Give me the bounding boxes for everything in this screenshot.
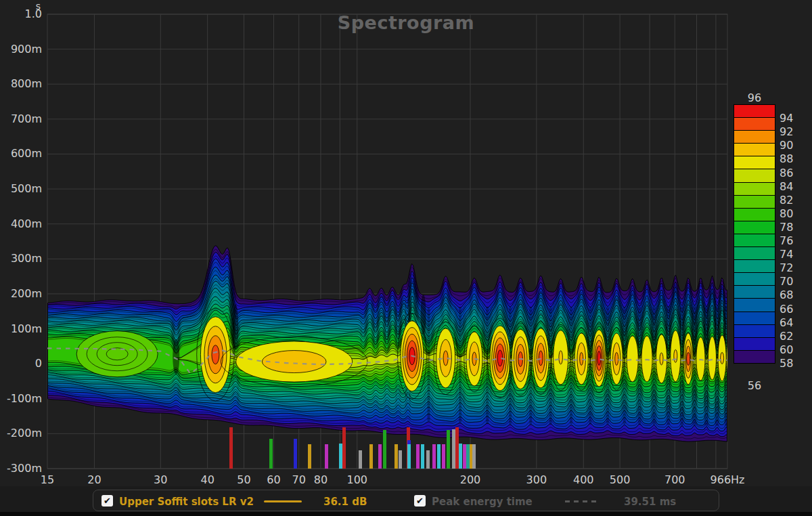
y-tick-label: 100m bbox=[0, 322, 42, 335]
colorbar-tick-label: 72 bbox=[780, 261, 793, 274]
colorbar-band bbox=[734, 117, 775, 131]
colorbar-band bbox=[734, 259, 775, 273]
x-tick-label: 80 bbox=[314, 473, 328, 486]
x-tick-label: 200 bbox=[460, 473, 481, 486]
room-mode-marker bbox=[432, 444, 436, 469]
room-mode-marker bbox=[394, 444, 398, 469]
colorbar-scale bbox=[734, 105, 775, 364]
room-mode-marker bbox=[421, 444, 424, 469]
colorbar-band bbox=[734, 104, 775, 118]
colorbar-band bbox=[734, 234, 775, 247]
x-tick-label: 500 bbox=[610, 473, 631, 486]
peak-energy-dash-swatch bbox=[565, 500, 599, 502]
x-tick-label: 50 bbox=[237, 473, 250, 486]
room-mode-marker bbox=[308, 444, 311, 469]
colorbar-band bbox=[734, 298, 775, 311]
y-tick-label: 900m bbox=[0, 43, 42, 56]
check-icon: ✔ bbox=[102, 495, 112, 507]
colorbar-tick-label: 92 bbox=[780, 125, 793, 138]
colorbar-band bbox=[734, 221, 775, 234]
y-tick-label: 600m bbox=[0, 147, 42, 160]
colorbar-tick-label: 78 bbox=[780, 221, 793, 234]
colorbar-band bbox=[734, 246, 775, 260]
colorbar-band bbox=[734, 195, 775, 209]
x-tick-label: 15 bbox=[41, 473, 54, 486]
x-tick-label: 40 bbox=[200, 473, 214, 486]
colorbar-tick-label: 64 bbox=[780, 316, 793, 329]
y-tick-label: -200m bbox=[0, 427, 42, 439]
room-mode-marker bbox=[426, 450, 430, 469]
x-tick-label: 70 bbox=[292, 473, 306, 486]
colorbar-band bbox=[734, 182, 775, 196]
y-tick-label: -100m bbox=[0, 392, 42, 405]
room-mode-marker bbox=[383, 430, 386, 469]
colorbar-band bbox=[734, 285, 775, 299]
colorbar-tick-label: 90 bbox=[780, 139, 793, 152]
peak-energy-checkbox[interactable]: ✔ bbox=[414, 495, 426, 507]
x-tick-label: 966Hz bbox=[710, 473, 745, 486]
colorbar-tick-label: 70 bbox=[780, 275, 793, 288]
measurement-label: Upper Soffit slots LR v2 bbox=[119, 496, 254, 508]
colorbar-tick-label: 82 bbox=[780, 194, 793, 207]
room-mode-marker bbox=[399, 450, 402, 469]
x-tick-label: 700 bbox=[664, 473, 685, 486]
y-tick-label: 800m bbox=[0, 77, 42, 90]
peak-energy-label: Peak energy time bbox=[432, 496, 533, 508]
y-tick-label: -300m bbox=[0, 462, 42, 475]
room-mode-marker bbox=[342, 427, 346, 469]
room-mode-marker bbox=[472, 444, 476, 469]
room-mode-marker bbox=[378, 444, 382, 469]
colorbar-tick-label: 74 bbox=[780, 248, 793, 261]
colorbar-band bbox=[734, 350, 775, 364]
colorbar-tick-label: 62 bbox=[780, 330, 793, 343]
y-tick-label: 500m bbox=[0, 182, 42, 195]
y-tick-label: 1.0 bbox=[0, 7, 42, 20]
room-mode-marker bbox=[437, 444, 441, 469]
colorbar-tick-label: 68 bbox=[780, 288, 793, 301]
colorbar-tick-label: 88 bbox=[780, 152, 793, 165]
colorbar-max-label: 96 bbox=[734, 91, 775, 104]
x-tick-label: 60 bbox=[267, 473, 280, 486]
colorbar-band bbox=[734, 130, 775, 144]
room-mode-marker bbox=[359, 450, 362, 469]
room-mode-marker bbox=[442, 444, 445, 469]
bottom-strip bbox=[0, 512, 812, 516]
y-tick-label: 300m bbox=[0, 252, 42, 265]
measurement-checkbox[interactable]: ✔ bbox=[102, 495, 113, 507]
measurement-value: 36.1 dB bbox=[323, 496, 367, 508]
peak-energy-value: 39.51 ms bbox=[624, 496, 676, 508]
colorbar-band bbox=[734, 272, 775, 286]
colorbar-band bbox=[734, 169, 775, 182]
x-tick-label: 100 bbox=[346, 473, 367, 486]
colorbar-band bbox=[734, 324, 775, 338]
x-tick-label: 30 bbox=[154, 473, 167, 486]
plot-area[interactable]: Spectrogram s 1.0900m800m700m600m500m400… bbox=[0, 0, 812, 486]
room-mode-marker bbox=[269, 439, 273, 469]
colorbar-band bbox=[734, 208, 775, 221]
room-mode-marker bbox=[294, 439, 297, 469]
colorbar-tick-label: 86 bbox=[780, 167, 793, 179]
x-tick-label: 20 bbox=[87, 473, 101, 486]
x-tick-label: 400 bbox=[573, 473, 594, 486]
colorbar-band bbox=[734, 337, 775, 351]
y-tick-label: 0 bbox=[0, 357, 42, 370]
colorbar-tick-label: 76 bbox=[780, 234, 793, 247]
room-mode-marker bbox=[447, 430, 450, 469]
colorbar-band bbox=[734, 143, 775, 156]
colorbar-min-label: 56 bbox=[734, 379, 775, 392]
colorbar-band bbox=[734, 311, 775, 325]
room-mode-marker bbox=[416, 444, 420, 469]
colorbar-tick-label: 80 bbox=[780, 207, 793, 220]
x-tick-label: 300 bbox=[526, 473, 547, 486]
colorbar-band bbox=[734, 156, 775, 169]
colorbar-tick-label: 60 bbox=[780, 343, 793, 356]
check-icon: ✔ bbox=[415, 495, 425, 507]
room-mode-marker bbox=[407, 444, 411, 469]
y-tick-label: 200m bbox=[0, 287, 42, 300]
legend-box: ✔ Upper Soffit slots LR v2 36.1 dB ✔ Pea… bbox=[93, 490, 719, 511]
colorbar-tick-label: 66 bbox=[780, 303, 793, 316]
spectrogram-canvas bbox=[0, 0, 812, 486]
y-tick-label: 700m bbox=[0, 112, 42, 125]
room-mode-marker bbox=[229, 427, 233, 469]
colorbar-tick-label: 58 bbox=[780, 357, 793, 370]
